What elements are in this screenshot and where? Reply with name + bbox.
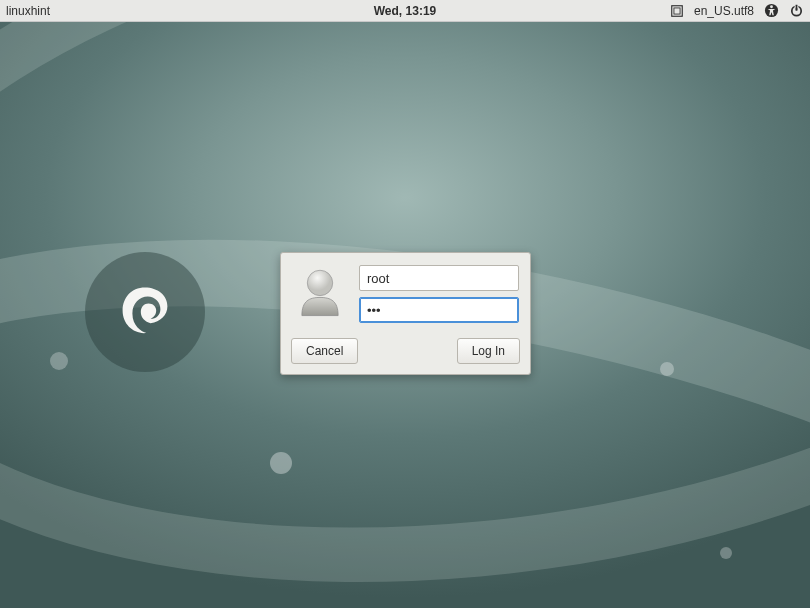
clock[interactable]: Wed, 13:19: [374, 4, 436, 18]
debian-logo: [85, 252, 205, 372]
login-dialog: Cancel Log In: [280, 252, 531, 375]
username-input[interactable]: [359, 265, 519, 291]
accessibility-icon[interactable]: [764, 3, 779, 18]
keyboard-layout-icon[interactable]: [670, 4, 684, 18]
svg-rect-1: [674, 7, 680, 13]
power-icon[interactable]: [789, 3, 804, 18]
svg-point-8: [307, 270, 332, 295]
svg-point-3: [770, 5, 773, 8]
locale-label: en_US.utf8: [694, 4, 754, 18]
password-input[interactable]: [359, 297, 519, 323]
locale-indicator[interactable]: en_US.utf8: [694, 4, 754, 18]
cancel-button[interactable]: Cancel: [291, 338, 358, 364]
login-button[interactable]: Log In: [457, 338, 520, 364]
hostname-label: linuxhint: [0, 4, 50, 18]
top-panel: linuxhint Wed, 13:19 en_US.utf8: [0, 0, 810, 22]
svg-rect-0: [672, 5, 683, 16]
user-avatar-icon: [291, 263, 349, 324]
